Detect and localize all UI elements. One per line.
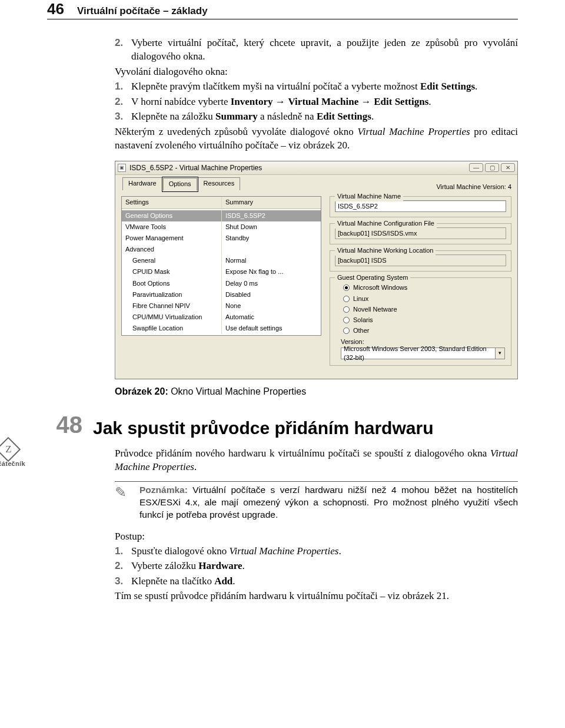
list-marker-2b: 2. (115, 95, 131, 108)
vm-properties-dialog: ▣ ISDS_6.5SP2 - Virtual Machine Properti… (115, 161, 518, 380)
note-label: Poznámka: (139, 485, 188, 495)
window-title: ISDS_6.5SP2 - Virtual Machine Properties (129, 163, 262, 173)
vm-name-group: Virtual Machine Name (330, 196, 511, 217)
note-box: ✎ Poznámka: Virtuální počítače s verzí h… (115, 481, 518, 521)
radio-icon[interactable] (343, 306, 350, 313)
settings-row[interactable]: Power ManagementStandby (122, 233, 321, 244)
sub-3: Klepněte na záložku Summary a následně n… (131, 110, 518, 123)
tip-48: 48 Jak spustit průvodce přidáním hardwar… (115, 416, 518, 603)
tip-number: 48 (47, 409, 82, 441)
figure-caption: Obrázek 20: Okno Virtual Machine Propert… (115, 385, 518, 398)
settings-panel: Settings Summary General OptionsISDS_6.5… (121, 196, 321, 336)
settings-row[interactable]: VMware ToolsShut Down (122, 221, 321, 233)
list-marker-1: 1. (115, 80, 131, 93)
settings-row[interactable]: GeneralNormal (122, 255, 321, 266)
radio-label: Novell Netware (353, 305, 397, 314)
tip-end: Tím se spustí průvodce přidáním hardwaru… (115, 589, 518, 603)
vm-name-input[interactable] (335, 200, 506, 212)
tab-resources[interactable]: Resources (198, 177, 241, 190)
guest-os-radio[interactable]: Microsoft Windows (343, 283, 506, 292)
postup-3: Klepněte na tlačítko Add. (131, 574, 518, 588)
body-text: 2. Vyberte virtuální počítač, který chce… (115, 36, 518, 398)
guest-os-radio[interactable]: Solaris (343, 316, 506, 325)
title-bar: ▣ ISDS_6.5SP2 - Virtual Machine Properti… (115, 161, 517, 176)
guest-os-radio[interactable]: Linux (343, 294, 506, 303)
figure-20: ▣ ISDS_6.5SP2 - Virtual Machine Properti… (115, 161, 518, 380)
vm-config-group: Virtual Machine Configuration File (330, 223, 511, 244)
settings-row[interactable]: Advanced (122, 244, 321, 255)
postup-2: Vyberte záložku Hardware. (131, 559, 518, 573)
vm-config-input (335, 227, 506, 239)
page-header: 46 Virtuální počítače – základy (47, 0, 518, 19)
settings-row[interactable]: Boot OptionsDelay 0 ms (122, 278, 321, 289)
beginner-label: začátečník (0, 459, 36, 468)
minimize-button[interactable]: — (469, 163, 483, 172)
p-marker-2: 2. (115, 559, 131, 573)
radio-icon[interactable] (343, 327, 350, 334)
guest-os-radio[interactable]: Novell Netware (343, 305, 506, 314)
p-marker-1: 1. (115, 544, 131, 558)
note-icon: ✎ (115, 484, 131, 521)
vm-workloc-input (335, 254, 506, 266)
postup-label: Postup: (115, 530, 518, 543)
settings-row[interactable]: ParavirtualizationDisabled (122, 289, 321, 300)
settings-row[interactable]: CPUID MaskExpose Nx flag to ... (122, 266, 321, 277)
section-title: Virtuální počítače – základy (77, 5, 208, 17)
subhead: Vyvolání dialogového okna: (115, 65, 518, 78)
tail-para: Některým z uvedených způsobů vyvoláte di… (115, 125, 518, 153)
settings-row[interactable]: CPU/MMU VirtualizationAutomatic (122, 312, 321, 323)
app-icon: ▣ (118, 164, 126, 172)
settings-row[interactable]: Fibre Channel NPIVNone (122, 300, 321, 312)
step-2: Vyberte virtuální počítač, který chcete … (131, 36, 518, 64)
version-value: Microsoft Windows Server 2003, Standard … (344, 345, 495, 362)
guest-os-group: Guest Operating System Microsoft Windows… (330, 277, 511, 366)
radio-label: Microsoft Windows (353, 283, 407, 292)
radio-icon[interactable] (343, 317, 350, 323)
vm-workloc-group: Virtual Machine Working Location (330, 250, 511, 272)
tip-title: Jak spustit průvodce přidáním hardwaru (93, 416, 518, 440)
p-marker-3: 3. (115, 574, 131, 588)
postup-1: Spusťte dialogové okno Virtual Machine P… (131, 544, 518, 558)
vm-version-label: Virtual Machine Version: 4 (241, 183, 511, 191)
close-button[interactable]: ✕ (501, 163, 515, 172)
tab-hardware[interactable]: Hardware (122, 177, 162, 190)
settings-row[interactable]: General OptionsISDS_6.5SP2 (122, 210, 321, 221)
sub-1: Klepněte pravým tlačítkem myši na virtuá… (131, 80, 518, 93)
col-settings: Settings (122, 197, 222, 208)
note-text: Virtuální počítače s verzí hardwaru nižš… (139, 485, 518, 519)
radio-icon[interactable] (343, 296, 350, 302)
version-dropdown[interactable]: Microsoft Windows Server 2003, Standard … (341, 348, 505, 359)
radio-label: Linux (353, 294, 368, 303)
beginner-icon: Z (0, 437, 21, 462)
tip-intro: Průvodce přidáním nového hardwaru k virt… (115, 446, 518, 474)
radio-label: Solaris (353, 316, 373, 325)
list-marker-3: 3. (115, 110, 131, 123)
list-marker-2: 2. (115, 36, 131, 64)
radio-label: Other (353, 326, 370, 335)
radio-icon[interactable] (343, 284, 350, 291)
maximize-button[interactable]: ▢ (485, 163, 499, 172)
settings-row[interactable]: Swapfile LocationUse default settings (122, 323, 321, 334)
col-summary: Summary (222, 197, 321, 208)
guest-os-radio[interactable]: Other (343, 326, 506, 335)
page-number: 46 (47, 0, 64, 18)
dropdown-chevron-icon[interactable]: ▾ (495, 348, 504, 359)
sub-2: V horní nabídce vyberte Inventory → Virt… (131, 95, 518, 108)
tab-options[interactable]: Options (163, 178, 197, 191)
